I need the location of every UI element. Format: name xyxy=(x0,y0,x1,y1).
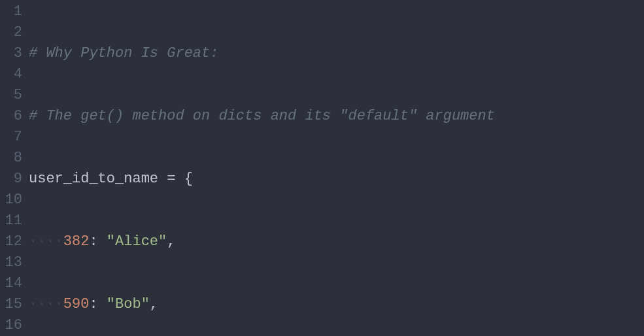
code-line[interactable]: ····590: "Bob", xyxy=(29,294,644,315)
line-number: 5 xyxy=(0,85,22,106)
line-number-gutter: 1 2 3 4 5 6 7 8 9 10 11 12 13 14 15 16 xyxy=(0,1,29,336)
line-number: 10 xyxy=(0,190,22,210)
line-number: 4 xyxy=(0,64,22,85)
string-token: "Alice" xyxy=(107,233,167,250)
line-number: 1 xyxy=(0,1,22,22)
line-number: 15 xyxy=(0,294,22,315)
line-number: 8 xyxy=(0,148,22,169)
comment-token: # Why Python Is Great: xyxy=(29,45,218,61)
colon-token: : xyxy=(89,296,97,312)
comma-token: , xyxy=(150,296,158,312)
line-number: 12 xyxy=(0,231,22,252)
code-line[interactable]: ····382: "Alice", xyxy=(29,231,644,252)
number-token: 382 xyxy=(63,233,90,250)
whitespace-dots: ···· xyxy=(29,296,63,312)
code-line[interactable]: # Why Python Is Great: xyxy=(29,43,644,64)
number-token: 590 xyxy=(63,296,90,312)
line-number: 3 xyxy=(0,43,22,64)
code-line[interactable]: # The get() method on dicts and its "def… xyxy=(29,106,644,127)
code-editor[interactable]: 1 2 3 4 5 6 7 8 9 10 11 12 13 14 15 16 #… xyxy=(0,1,644,336)
comma-token: , xyxy=(167,233,175,250)
whitespace-dots: ···· xyxy=(29,233,63,250)
brace-token: { xyxy=(184,171,193,187)
comment-token: # The get() method on dicts and its "def… xyxy=(29,108,495,124)
colon-token: : xyxy=(89,233,97,250)
line-number: 2 xyxy=(0,22,22,43)
operator-token: = xyxy=(167,171,175,187)
identifier-token: user_id_to_name xyxy=(29,171,158,187)
line-number: 13 xyxy=(0,252,22,273)
line-number: 9 xyxy=(0,169,22,190)
code-area[interactable]: # Why Python Is Great: # The get() metho… xyxy=(29,1,644,336)
string-token: "Bob" xyxy=(107,296,150,312)
code-line[interactable]: user_id_to_name = { xyxy=(29,169,644,190)
line-number: 11 xyxy=(0,210,22,231)
line-number: 7 xyxy=(0,127,22,148)
line-number: 14 xyxy=(0,273,22,294)
line-number: 16 xyxy=(0,315,22,336)
line-number: 6 xyxy=(0,106,22,127)
